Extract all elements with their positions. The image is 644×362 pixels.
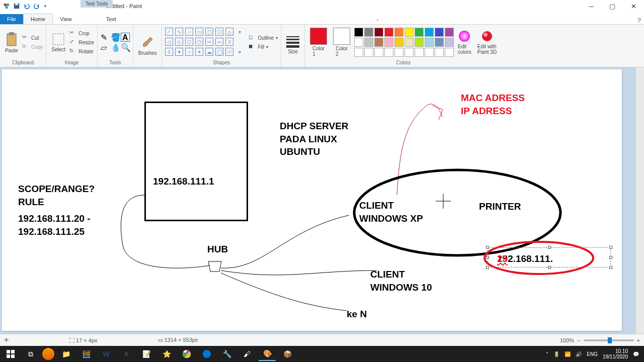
tab-file[interactable]: File [0,14,23,24]
cut-button[interactable]: ✂Cut [22,34,43,42]
clock[interactable]: 10.1019/11/2020 [603,348,628,359]
color-swatch[interactable] [374,28,383,37]
bucket-tool[interactable]: 🪣 [111,33,120,42]
color-swatch-empty[interactable] [435,48,444,57]
tab-view[interactable]: View [53,14,79,24]
taskview-icon[interactable]: ⧉ [22,347,39,361]
color-swatch[interactable] [415,38,424,47]
picker-tool[interactable]: 💧 [111,43,120,52]
outline-button[interactable]: ◻Outline▾ [249,34,278,42]
color-swatch-empty[interactable] [415,48,424,57]
color-swatch[interactable] [415,28,424,37]
paste-label: Paste [5,48,18,53]
color-swatch-empty[interactable] [394,48,404,57]
pencil-tool[interactable]: ✎ [101,33,110,42]
maximize-button[interactable]: ▢ [602,0,623,12]
color-swatch[interactable] [364,28,373,37]
color-swatch[interactable] [425,28,434,37]
canvas-area: 192.168.111.1 SCOPE/RANGE? RULE 192.168.… [0,67,644,334]
color-swatch[interactable] [435,28,444,37]
zoom-in-button[interactable]: + [637,337,640,343]
color1-button[interactable]: Color 1 [308,28,329,57]
vbox-icon[interactable]: 📦 [279,347,296,361]
color-swatch[interactable] [394,38,404,47]
tray-chevron-icon[interactable]: ˄ [546,351,548,357]
notepad-icon[interactable]: 📝 [138,347,155,361]
app-icon[interactable]: 🧮 [77,347,95,361]
copy-button[interactable]: ⧉Copy [22,43,43,51]
drawing-canvas[interactable]: 192.168.111.1 SCOPE/RANGE? RULE 192.168.… [2,69,622,331]
save-icon[interactable] [13,3,20,10]
color-swatch[interactable] [425,38,434,47]
fill-button[interactable]: ◼Fill▾ [249,43,278,51]
app4-icon[interactable]: 🖌 [238,347,256,361]
color-swatch-empty[interactable] [384,48,393,57]
text-tool[interactable]: A [121,33,130,42]
color-swatch[interactable] [374,38,383,47]
color-swatch-empty[interactable] [445,48,454,57]
edge-icon[interactable] [198,347,215,361]
crop-button[interactable]: ✂Crop [69,29,94,37]
ribbon-collapse-icon[interactable]: ˄ [376,19,379,24]
color-swatch[interactable] [364,38,373,47]
rotate-button[interactable]: ↻Rotate [69,47,94,55]
eraser-tool[interactable]: ▱ [101,43,110,52]
app3-icon[interactable]: 🔧 [218,347,235,361]
qat-dropdown-icon[interactable]: ▼ [43,4,47,9]
paint3d-button[interactable]: Edit with Paint 3D [475,30,499,55]
lang-indicator[interactable]: ENG [587,351,598,357]
volume-icon[interactable]: 🔊 [576,351,582,357]
explorer-icon[interactable]: 📁 [57,347,74,361]
paint-taskbar-icon[interactable]: 🎨 [259,347,276,361]
paste-button[interactable]: Paste [3,32,20,53]
app-icon [3,3,10,10]
color-swatch-empty[interactable] [374,48,383,57]
color-swatch-empty[interactable] [425,48,434,57]
tab-home[interactable]: Home [23,14,53,24]
minimize-button[interactable]: ─ [581,0,602,12]
word-icon[interactable]: W [98,347,115,361]
zoom-out-button[interactable]: − [577,337,580,343]
select-button[interactable]: Select [49,33,67,52]
color-swatch[interactable] [435,38,444,47]
close-button[interactable]: ✕ [623,0,644,12]
vertical-scrollbar[interactable] [636,67,644,334]
wifi-icon[interactable]: 📶 [565,351,571,357]
notifications-icon[interactable]: 💬 [633,351,639,357]
color-swatch[interactable] [394,28,404,37]
color-palette[interactable] [354,28,454,57]
titlebar: ▼ Text Tools Untitled - Paint ─ ▢ ✕ [0,0,644,12]
color-swatch[interactable] [405,38,414,47]
zoom-slider[interactable] [584,339,634,341]
color-swatch[interactable] [445,38,454,47]
redo-icon[interactable] [33,3,40,10]
svg-point-22 [203,350,211,358]
start-button[interactable] [2,347,19,361]
edit-colors-button[interactable]: Edit colors [456,30,473,55]
color-swatch[interactable] [354,38,363,47]
color-swatch[interactable] [384,38,393,47]
chrome-icon[interactable] [178,347,195,361]
help-icon[interactable]: ? [637,17,641,24]
svg-rect-16 [7,350,10,353]
color-swatch-empty[interactable] [354,48,363,57]
battery-icon[interactable]: 🔋 [553,351,559,357]
color-swatch[interactable] [354,28,363,37]
color2-button[interactable]: Color 2 [331,28,352,57]
excel-icon[interactable]: X [118,347,135,361]
tab-text[interactable]: Text [99,14,123,24]
color-swatch-empty[interactable] [405,48,414,57]
undo-icon[interactable] [23,3,30,10]
color-swatch-empty[interactable] [364,48,373,57]
color-swatch[interactable] [405,28,414,37]
brushes-button[interactable]: Brushes [136,34,159,56]
color-swatch[interactable] [384,28,393,37]
outline-icon: ◻ [249,34,256,41]
size-button[interactable]: Size [284,36,301,54]
zoom-tool[interactable]: 🔍 [121,43,130,52]
color-swatch[interactable] [445,28,454,37]
app2-icon[interactable]: ⭐ [158,347,175,361]
firefox-icon[interactable] [42,348,54,360]
shapes-gallery[interactable]: ／∿○▭▢⬠△▾ ◁◇⬠⬡⇨⇦⇧ ⇩✦☆✶☁◯⬭▾ [165,28,245,57]
resize-button[interactable]: ⤢Resize [69,38,94,46]
